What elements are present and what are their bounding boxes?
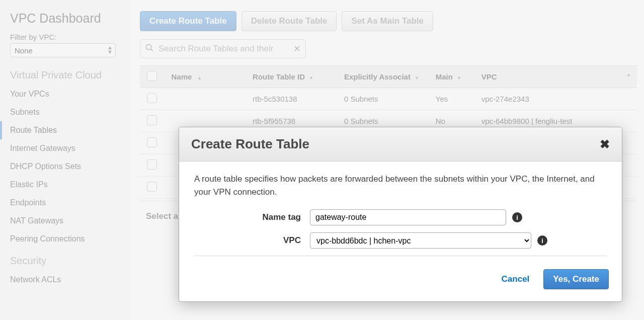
info-icon[interactable]: i (537, 235, 547, 246)
name-tag-label: Name tag (194, 212, 310, 222)
yes-create-button[interactable]: Yes, Create (543, 269, 609, 289)
create-route-table-modal: Create Route Table ✖ A route table speci… (179, 127, 622, 302)
form-row-vpc: VPC vpc-bbdd6bdc | hchen-vpc i (194, 232, 607, 249)
cancel-button[interactable]: Cancel (493, 269, 539, 289)
vpc-select[interactable]: vpc-bbdd6bdc | hchen-vpc (310, 232, 531, 249)
modal-description: A route table specifies how packets are … (194, 173, 607, 198)
modal-header: Create Route Table ✖ (179, 127, 622, 162)
modal-footer: Cancel Yes, Create (179, 269, 622, 301)
modal-divider (194, 256, 607, 256)
vpc-select-label: VPC (194, 235, 310, 246)
modal-body: A route table specifies how packets are … (179, 162, 622, 269)
name-tag-input[interactable] (310, 209, 506, 225)
info-icon[interactable]: i (512, 212, 522, 222)
modal-title: Create Route Table (191, 136, 309, 152)
form-row-name-tag: Name tag i (194, 209, 607, 225)
close-icon[interactable]: ✖ (600, 137, 610, 151)
